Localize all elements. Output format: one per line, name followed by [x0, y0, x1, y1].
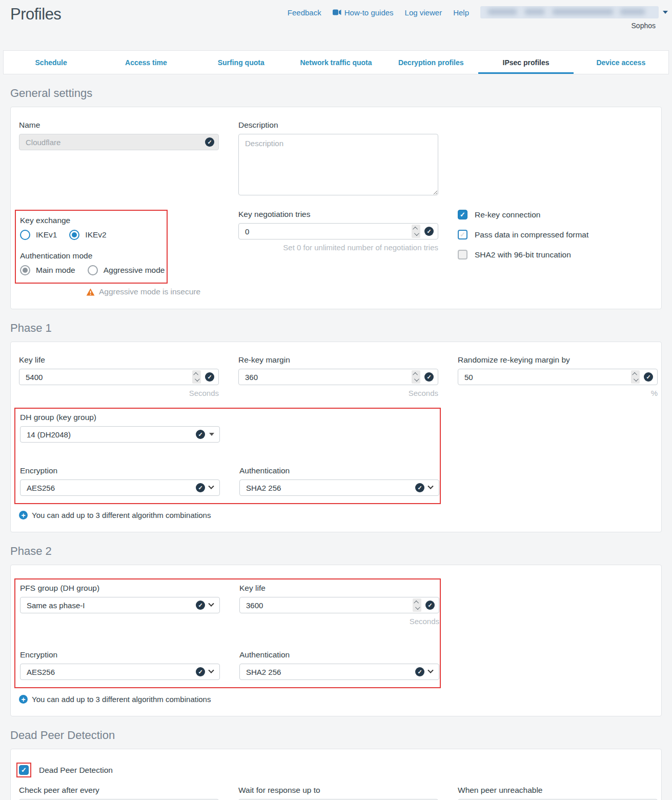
p1-randomize-input[interactable] — [458, 373, 631, 382]
video-icon — [333, 9, 341, 15]
log-viewer-link[interactable]: Log viewer — [405, 8, 442, 17]
p2-key-life-label: Key life — [239, 584, 439, 593]
dpd-toggle-label[interactable]: Dead Peer Detection — [39, 766, 113, 775]
p2-add-note: You can add up to 3 different algorithm … — [32, 695, 211, 704]
valid-check-icon: ✓ — [196, 430, 205, 439]
p1-encryption-label: Encryption — [20, 466, 220, 475]
when-unreachable-label: When peer unreachable — [458, 786, 658, 795]
tab-network-traffic-quota[interactable]: Network traffic quota — [289, 51, 383, 74]
sha2-truncation-label[interactable]: SHA2 with 96-bit truncation — [475, 250, 571, 259]
p1-authentication-select[interactable]: SHA2 256 ✓ — [239, 479, 439, 496]
radio-ikev2-label[interactable]: IKEv2 — [85, 230, 106, 239]
blurred-text — [552, 9, 614, 15]
stepper-control[interactable] — [412, 225, 420, 238]
utility-links: Feedback How-to guides Log viewer Help — [288, 6, 668, 18]
p2-key-life-input[interactable] — [240, 601, 413, 610]
p1-key-life-label: Key life — [19, 355, 219, 365]
auth-mode-label: Authentication mode — [20, 251, 167, 261]
name-label: Name — [19, 121, 219, 130]
tab-ipsec-profiles[interactable]: IPsec profiles — [478, 51, 573, 74]
p1-rekey-margin-field-wrap: ✓ — [238, 369, 438, 385]
p2-encryption-select[interactable]: AES256 ✓ — [20, 664, 220, 680]
description-label: Description — [238, 121, 438, 130]
tab-access-time[interactable]: Access time — [98, 51, 193, 74]
valid-check-icon: ✓ — [424, 372, 434, 382]
add-combination-icon[interactable]: + — [19, 695, 28, 704]
account-menu[interactable] — [480, 6, 659, 18]
radio-ikev1[interactable] — [20, 230, 30, 240]
page-header: Profiles Feedback How-to guides Log view… — [0, 0, 672, 50]
p1-key-life-input[interactable] — [19, 373, 192, 382]
p1-rekey-margin-input[interactable] — [239, 373, 412, 382]
chevron-down-icon — [208, 484, 214, 489]
radio-aggressive-mode-label[interactable]: Aggressive mode — [104, 266, 165, 275]
radio-main-mode[interactable] — [20, 265, 30, 275]
radio-ikev2[interactable] — [69, 230, 79, 240]
p1-encryption-select[interactable]: AES256 ✓ — [20, 479, 220, 496]
p1-rekey-margin-label: Re-key margin — [238, 355, 438, 365]
brand-label: Sophos — [632, 22, 656, 30]
rekey-connection-checkbox[interactable]: ✓ — [458, 210, 467, 219]
tab-schedule[interactable]: Schedule — [4, 51, 98, 74]
name-field-wrap: ✓ — [19, 134, 219, 150]
p1-randomize-label: Randomize re-keying margin by — [458, 355, 658, 365]
tab-surfing-quota[interactable]: Surfing quota — [194, 51, 289, 74]
valid-check-icon: ✓ — [205, 137, 214, 147]
valid-check-icon: ✓ — [196, 601, 205, 610]
feedback-link[interactable]: Feedback — [288, 8, 321, 17]
key-negotiation-label: Key negotiation tries — [238, 210, 438, 219]
valid-check-icon: ✓ — [644, 372, 653, 382]
general-settings-heading: General settings — [10, 87, 662, 100]
key-negotiation-input[interactable] — [239, 227, 412, 236]
dpd-checkbox[interactable]: ✓ — [19, 765, 29, 775]
radio-main-mode-label[interactable]: Main mode — [36, 266, 75, 275]
valid-check-icon: ✓ — [196, 483, 205, 492]
description-input[interactable] — [238, 134, 438, 195]
p2-authentication-label: Authentication — [239, 650, 439, 659]
p1-rekey-margin-unit: Seconds — [238, 389, 438, 397]
radio-aggressive-mode[interactable] — [88, 265, 98, 275]
chevron-down-icon — [208, 601, 214, 607]
p1-key-life-unit: Seconds — [19, 389, 219, 397]
key-exchange-label: Key exchange — [20, 216, 167, 225]
help-link[interactable]: Help — [453, 8, 469, 17]
add-combination-icon[interactable]: + — [19, 511, 28, 519]
name-input[interactable] — [19, 138, 204, 147]
wait-response-label: Wait for response up to — [238, 786, 438, 795]
p2-key-life-unit: Seconds — [239, 617, 439, 626]
valid-check-icon: ✓ — [205, 372, 214, 382]
p2-key-life-field-wrap: ✓ — [239, 597, 439, 613]
stepper-control[interactable] — [192, 370, 201, 384]
compressed-format-checkbox[interactable]: ✓ — [458, 230, 467, 239]
p1-authentication-label: Authentication — [239, 466, 439, 475]
dpd-checkbox-highlight-box: ✓ — [16, 763, 31, 777]
phase2-heading: Phase 2 — [10, 545, 662, 558]
p1-algorithms-highlight-box: DH group (key group) 14 (DH2048) ✓ Encry… — [14, 408, 441, 504]
p2-pfs-group-select[interactable]: Same as phase-I ✓ — [20, 597, 220, 613]
howto-guides-link[interactable]: How-to guides — [333, 8, 394, 17]
radio-ikev1-label[interactable]: IKEv1 — [36, 230, 57, 239]
key-negotiation-field-wrap: ✓ — [238, 223, 438, 239]
blurred-text — [620, 9, 645, 15]
phase2-card: PFS group (DH group) Same as phase-I ✓ K… — [10, 565, 662, 716]
valid-check-icon: ✓ — [415, 483, 424, 492]
tab-device-access[interactable]: Device access — [574, 51, 668, 74]
stepper-control[interactable] — [412, 370, 420, 384]
dpd-card: ✓ Dead Peer Detection Check peer after e… — [10, 749, 662, 800]
warning-icon — [86, 288, 95, 296]
stepper-control[interactable] — [413, 598, 421, 612]
stepper-control[interactable] — [631, 370, 640, 384]
tab-decryption-profiles[interactable]: Decryption profiles — [383, 51, 478, 74]
profile-tabs: Schedule Access time Surfing quota Netwo… — [3, 50, 669, 74]
compressed-format-label[interactable]: Pass data in compressed format — [475, 230, 588, 239]
chevron-down-icon — [427, 668, 433, 673]
sha2-truncation-checkbox[interactable] — [458, 250, 467, 259]
p1-key-life-field-wrap: ✓ — [19, 369, 219, 385]
chevron-down-icon — [427, 484, 433, 489]
chevron-down-icon[interactable] — [663, 11, 668, 14]
blurred-text — [524, 9, 545, 15]
rekey-connection-label[interactable]: Re-key connection — [475, 210, 540, 219]
p1-randomize-unit: % — [458, 389, 658, 397]
p2-authentication-select[interactable]: SHA2 256 ✓ — [239, 664, 439, 680]
p1-dh-group-select[interactable]: 14 (DH2048) ✓ — [20, 426, 220, 443]
